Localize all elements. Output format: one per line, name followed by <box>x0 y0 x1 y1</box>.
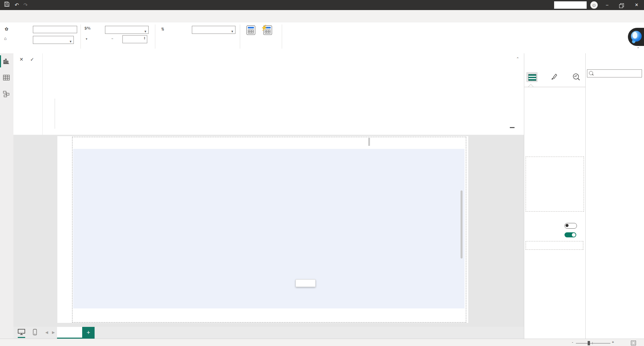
remote-access-overlay[interactable] <box>628 28 644 46</box>
ribbon-separator <box>282 24 282 49</box>
visual-placeholder-icon <box>528 74 536 81</box>
minimize-button[interactable]: – <box>600 0 614 10</box>
values-field-wells <box>526 157 584 212</box>
dax-formula-bar[interactable]: ✕ ✓ ⌃ <box>13 53 524 135</box>
ribbon-tab-bar <box>0 10 644 22</box>
ribbon-separator <box>80 24 81 49</box>
report-view-button[interactable] <box>3 57 11 65</box>
powerbi-desktop-window: ↶ ↷ ☺ – ✕ ✿ ⌂ ▼ $⁄% ▼ ▼ → <box>0 0 644 346</box>
slicer-scrollbar[interactable] <box>368 138 370 146</box>
magnifier-chart-icon <box>571 72 582 82</box>
analytics-tab[interactable] <box>571 72 582 82</box>
quick-measure-button[interactable]: ⚡ <box>259 25 276 36</box>
ribbon-separator <box>155 24 155 49</box>
next-page-arrow[interactable]: ▶ <box>52 330 55 335</box>
report-canvas <box>13 135 524 327</box>
zoom-slider-thumb[interactable] <box>588 341 590 345</box>
desktop-layout-icon[interactable] <box>18 329 25 336</box>
graph-edges <box>73 149 465 308</box>
commit-formula-icon[interactable]: ✓ <box>30 57 34 62</box>
quick-calculator-icon: ⚡ <box>263 25 272 35</box>
overlay-logo-swirl <box>633 32 637 39</box>
format-visual-tab[interactable] <box>548 72 560 82</box>
chevron-down-icon: ▼ <box>231 28 234 35</box>
fit-to-page-icon[interactable] <box>631 341 636 345</box>
currency-icon[interactable]: ▼ <box>85 36 88 41</box>
new-measure-button[interactable] <box>242 25 260 36</box>
restore-icon-back <box>619 4 623 8</box>
cross-report-toggle[interactable] <box>565 223 577 229</box>
search-icon <box>589 71 593 75</box>
keep-all-filters-toggle[interactable] <box>565 232 576 237</box>
zoom-in-button[interactable]: + <box>612 340 614 344</box>
decimal-places-input[interactable]: ▲▼ <box>122 35 147 43</box>
home-table-select[interactable]: ▼ <box>33 36 74 44</box>
formula-scrollbar[interactable] <box>510 127 515 128</box>
model-view-button[interactable] <box>3 90 11 98</box>
format-select[interactable]: ▼ <box>105 26 149 34</box>
cancel-formula-icon[interactable]: ✕ <box>19 57 23 62</box>
format-icon: $⁄% <box>85 26 91 30</box>
previous-page-arrow[interactable]: ◀ <box>45 330 48 335</box>
collapse-ribbon-icon[interactable]: ⌃ <box>637 47 640 51</box>
node-tooltip <box>296 279 316 287</box>
divider <box>524 87 586 87</box>
zoom-slider-tick <box>592 342 593 344</box>
toggle-knob <box>566 224 569 227</box>
data-category-select[interactable]: ▼ <box>192 26 235 34</box>
chevron-down-icon: ▼ <box>69 38 72 45</box>
ribbon-separator <box>240 24 240 49</box>
window-title <box>0 0 644 10</box>
drill-through-dropzone[interactable] <box>526 241 583 250</box>
measure-name-input[interactable] <box>33 26 77 33</box>
zoom-slider-track[interactable] <box>576 343 610 344</box>
build-visual-tab[interactable] <box>526 72 538 82</box>
formula-actions: ✕ ✓ <box>13 53 43 135</box>
toggle-knob <box>572 233 576 237</box>
close-button[interactable]: ✕ <box>629 0 644 10</box>
visual-scrollbar[interactable] <box>461 190 463 258</box>
force-directed-graph-visual[interactable] <box>73 149 465 308</box>
status-bar: - + <box>0 339 644 346</box>
data-search-box[interactable] <box>587 69 642 77</box>
account-avatar-icon[interactable]: ☺ <box>590 1 598 9</box>
view-switcher-sidebar <box>0 53 14 339</box>
name-tag-icon: ✿ <box>5 26 8 32</box>
decimal-places-icon[interactable]: → <box>111 37 114 40</box>
data-category-icon: ⇅ <box>161 27 164 32</box>
home-table-icon: ⌂ <box>4 36 7 41</box>
paintbrush-icon <box>548 72 560 82</box>
ribbon: ✿ ⌂ ▼ $⁄% ▼ ▼ → ▲▼ ⇅ ▼ <box>0 22 644 54</box>
visualizations-pane <box>524 53 586 339</box>
page-tab[interactable] <box>57 327 82 339</box>
indent-guide <box>55 99 55 129</box>
zoom-out-button[interactable]: - <box>572 340 573 344</box>
stepper-up-icon[interactable]: ▲▼ <box>143 37 146 40</box>
table-view-button[interactable] <box>3 74 11 82</box>
data-pane <box>585 53 644 339</box>
add-page-button[interactable]: + <box>82 327 95 339</box>
sign-in-box[interactable] <box>554 1 587 9</box>
calculator-icon <box>247 25 255 35</box>
active-view-indicator <box>0 55 1 67</box>
overlay-logo-tail <box>632 40 636 44</box>
page-navigation-bar: ◀ ▶ + <box>13 327 524 339</box>
restore-button[interactable] <box>614 0 629 10</box>
title-bar: ↶ ↷ ☺ – ✕ <box>0 0 644 10</box>
search-input[interactable] <box>595 70 640 77</box>
chevron-down-icon: ▼ <box>144 28 147 35</box>
collapse-formula-bar-icon[interactable]: ⌃ <box>516 57 519 61</box>
mobile-layout-icon[interactable] <box>33 329 37 337</box>
